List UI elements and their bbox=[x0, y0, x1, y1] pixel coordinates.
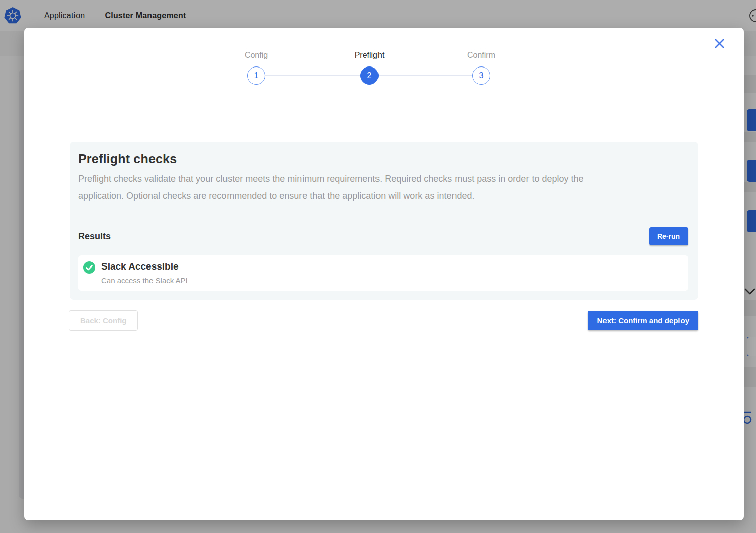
results-header: Results Re-run bbox=[78, 227, 688, 245]
description-line: Preflight checks validate that your clus… bbox=[78, 170, 688, 187]
step-connector bbox=[265, 75, 360, 76]
close-icon bbox=[714, 38, 725, 49]
step-connector bbox=[379, 75, 472, 76]
modal-footer: Back: Config Next: Confirm and deploy bbox=[69, 310, 698, 331]
preflight-card-description: Preflight checks validate that your clus… bbox=[78, 170, 688, 205]
step-label-confirm: Confirm bbox=[441, 51, 521, 60]
step-circle-config: 1 bbox=[247, 66, 265, 85]
check-circle-icon bbox=[83, 261, 95, 274]
rerun-button[interactable]: Re-run bbox=[649, 227, 688, 245]
result-text: Slack Accessible Can access the Slack AP… bbox=[101, 261, 188, 285]
preflight-card-title: Preflight checks bbox=[78, 151, 688, 166]
step-label-preflight: Preflight bbox=[329, 51, 410, 60]
description-line: application. Optional checks are recomme… bbox=[78, 187, 688, 205]
step-circle-confirm: 3 bbox=[472, 66, 490, 85]
preflight-checks-card: Preflight checks Preflight checks valida… bbox=[70, 142, 698, 300]
next-confirm-deploy-button[interactable]: Next: Confirm and deploy bbox=[588, 311, 698, 330]
step-circle-preflight: 2 bbox=[360, 66, 379, 85]
preflight-modal: Config Preflight Confirm 1 2 3 Preflight… bbox=[24, 28, 744, 520]
results-label: Results bbox=[78, 231, 111, 242]
result-detail: Can access the Slack API bbox=[101, 276, 188, 285]
close-button[interactable] bbox=[712, 36, 727, 51]
result-title: Slack Accessible bbox=[101, 261, 188, 272]
preflight-result-row: Slack Accessible Can access the Slack AP… bbox=[78, 255, 688, 291]
step-label-config: Config bbox=[216, 51, 296, 60]
back-config-button[interactable]: Back: Config bbox=[69, 310, 138, 331]
